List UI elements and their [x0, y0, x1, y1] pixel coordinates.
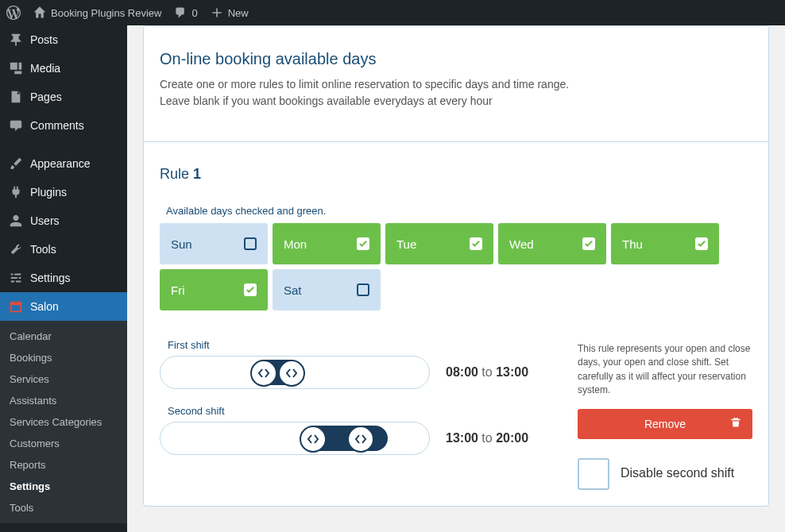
pin-icon: [8, 32, 24, 48]
section-title: On-line booking available days: [160, 50, 752, 68]
checkbox-icon: [582, 237, 595, 250]
submenu-item-customers[interactable]: Customers: [0, 433, 127, 454]
day-toggle-thu[interactable]: Thu: [611, 223, 719, 264]
day-label: Fri: [171, 283, 185, 297]
trash-icon: [730, 417, 741, 430]
submenu-item-assistants[interactable]: Assistants: [0, 390, 127, 411]
day-toggle-fri[interactable]: Fri: [160, 269, 268, 310]
first-shift-label: First shift: [168, 339, 554, 351]
page-icon: [8, 89, 24, 105]
user-icon: [8, 213, 24, 229]
section-desc-2: Leave blank if you want bookings availab…: [160, 93, 752, 110]
new-content-link[interactable]: New: [204, 0, 255, 25]
day-toggle-wed[interactable]: Wed: [498, 223, 606, 264]
days-hint: Available days checked and green.: [166, 205, 752, 217]
sidebar-item-plugins[interactable]: Plugins: [0, 178, 127, 206]
sidebar-item-label: Salon: [30, 300, 59, 313]
second-shift-times: 13:00 to 20:00: [446, 431, 528, 445]
checkbox-icon: [357, 283, 369, 296]
media-icon: [8, 60, 24, 76]
wrench-icon: [8, 241, 24, 257]
comments-count: 0: [191, 7, 197, 19]
day-label: Thu: [622, 237, 643, 251]
remove-label: Remove: [644, 418, 686, 430]
disable-second-shift-checkbox[interactable]: [578, 458, 609, 490]
comment-icon: [8, 118, 24, 133]
checkbox-icon: [244, 237, 257, 250]
admin-topbar: Booking Plugins Review 0 New: [0, 0, 785, 25]
new-label: New: [228, 7, 249, 19]
day-label: Tue: [396, 237, 416, 251]
submenu-item-settings[interactable]: Settings: [0, 476, 127, 497]
settings-card: On-line booking available days Create on…: [143, 25, 769, 507]
days-grid: SunMonTueWedThuFriSat: [160, 223, 752, 310]
slider-handle-to[interactable]: [347, 426, 374, 453]
checkbox-icon: [357, 237, 369, 250]
sidebar-item-label: Plugins: [30, 186, 67, 199]
sidebar-item-label: Settings: [30, 272, 71, 284]
sidebar-item-salon[interactable]: Salon: [0, 292, 127, 321]
remove-button[interactable]: Remove: [578, 409, 752, 439]
rule-title: Rule 1: [160, 166, 752, 183]
day-toggle-sun[interactable]: Sun: [160, 223, 268, 264]
sidebar-item-appearance[interactable]: Appearance: [0, 149, 127, 178]
day-label: Wed: [509, 237, 534, 251]
plug-icon: [8, 184, 24, 200]
sidebar-item-label: Posts: [30, 33, 58, 46]
slider-handle-from[interactable]: [250, 360, 277, 387]
checkbox-icon: [695, 237, 708, 250]
main-content: On-line booking available days Create on…: [127, 25, 785, 532]
day-toggle-tue[interactable]: Tue: [385, 223, 493, 264]
site-home-link[interactable]: Booking Plugins Review: [27, 0, 168, 25]
card-body: Rule 1 Available days checked and green.…: [144, 142, 768, 506]
sidebar-item-media[interactable]: Media: [0, 54, 127, 83]
sidebar-item-label: Comments: [30, 119, 84, 132]
submenu-item-calendar[interactable]: Calendar: [0, 326, 127, 347]
comments-link[interactable]: 0: [168, 0, 203, 25]
submenu-item-reports[interactable]: Reports: [0, 454, 127, 476]
admin-sidebar: PostsMediaPagesComments AppearancePlugin…: [0, 25, 127, 532]
sidebar-item-label: Appearance: [30, 157, 91, 170]
day-label: Mon: [284, 237, 307, 251]
rule-description: This rule represents your open and close…: [578, 342, 752, 398]
disable-second-shift-label: Disable second shift: [621, 465, 734, 482]
sidebar-submenu: CalendarBookingsServicesAssistantsServic…: [0, 321, 127, 523]
wp-logo[interactable]: [0, 0, 27, 25]
sidebar-item-users[interactable]: Users: [0, 206, 127, 235]
submenu-item-bookings[interactable]: Bookings: [0, 347, 127, 368]
day-toggle-sat[interactable]: Sat: [273, 269, 381, 310]
sidebar-item-label: Media: [30, 62, 60, 75]
day-label: Sat: [284, 283, 302, 297]
section-desc-1: Create one or more rules to limit online…: [160, 76, 752, 93]
card-header: On-line booking available days Create on…: [144, 26, 768, 142]
day-label: Sun: [171, 237, 192, 251]
sidebar-item-label: Pages: [30, 91, 62, 103]
sidebar-item-label: Users: [30, 214, 60, 227]
checkbox-icon: [470, 237, 482, 250]
site-name: Booking Plugins Review: [51, 7, 161, 19]
sidebar-item-pages[interactable]: Pages: [0, 83, 127, 111]
sidebar-item-tools[interactable]: Tools: [0, 235, 127, 264]
first-shift-times: 08:00 to 13:00: [446, 365, 528, 380]
checkbox-icon: [244, 283, 257, 296]
submenu-item-tools[interactable]: Tools: [0, 497, 127, 519]
sidebar-item-posts[interactable]: Posts: [0, 25, 127, 54]
calendar-icon: [8, 299, 24, 314]
brush-icon: [8, 156, 24, 172]
sliders-icon: [8, 270, 24, 286]
slider-handle-to[interactable]: [278, 360, 305, 387]
sidebar-item-comments[interactable]: Comments: [0, 111, 127, 140]
second-shift-label: Second shift: [168, 405, 554, 417]
sidebar-item-settings[interactable]: Settings: [0, 264, 127, 292]
day-toggle-mon[interactable]: Mon: [273, 223, 381, 264]
submenu-item-services[interactable]: Services: [0, 368, 127, 390]
slider-handle-from[interactable]: [300, 426, 327, 453]
first-shift-slider[interactable]: [160, 356, 430, 389]
submenu-item-services-categories[interactable]: Services Categories: [0, 411, 127, 433]
sidebar-item-label: Tools: [30, 243, 56, 256]
second-shift-slider[interactable]: [160, 422, 430, 455]
